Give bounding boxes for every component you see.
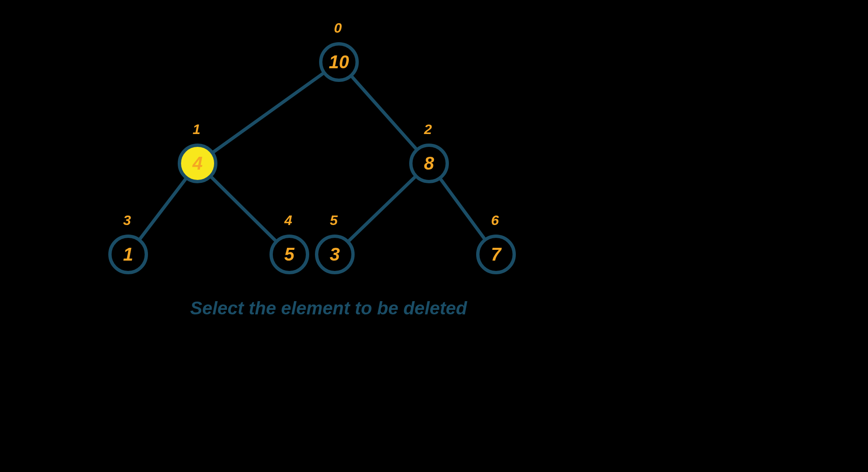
edge [441,180,484,239]
heap-node[interactable]: 3 [315,235,355,274]
edges-layer [0,0,623,336]
heap-node[interactable]: 5 [269,235,309,274]
edge [352,77,416,149]
edge [214,74,323,152]
heap-node[interactable]: 4 [178,144,217,183]
node-index: 3 [123,212,131,228]
heap-node[interactable]: 7 [476,235,516,274]
edge [212,177,275,240]
node-value: 8 [424,153,434,174]
node-index: 5 [330,212,338,228]
node-value: 10 [329,52,349,72]
node-value: 3 [330,244,340,265]
node-value: 1 [123,244,133,265]
edge [349,177,415,240]
heap-diagram: 010142831455367Select the element to be … [0,0,623,336]
node-index: 4 [284,212,292,228]
node-index: 0 [334,20,342,36]
node-value: 4 [193,153,203,174]
node-index: 2 [424,121,432,137]
heap-node[interactable]: 10 [319,42,359,82]
node-value: 5 [284,244,294,265]
node-index: 6 [491,212,499,228]
heap-node[interactable]: 8 [409,144,449,183]
edge [140,179,186,239]
caption: Select the element to be deleted [190,298,467,319]
node-index: 1 [193,121,200,137]
node-value: 7 [491,244,501,265]
heap-node[interactable]: 1 [108,235,148,274]
